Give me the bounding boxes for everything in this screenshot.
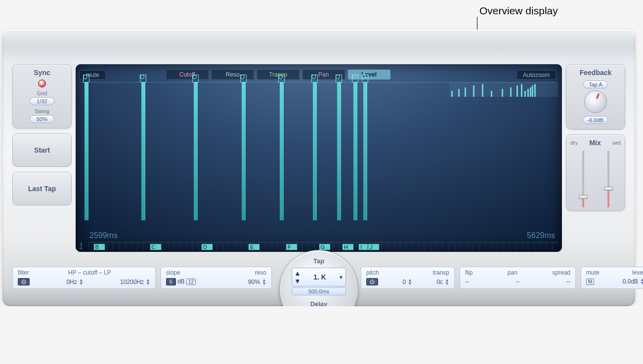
tap-bars-area[interactable]: OOOOOOOOO [80,82,556,220]
plugin-chassis: Sync Grid 1/32 Swing 50% Start Last Tap … [2,30,635,306]
pitch-value[interactable]: 0▲▼ [402,279,412,285]
tap-bar-F[interactable]: O [280,82,284,220]
slope-value[interactable]: 6 dB 12 [166,278,196,285]
dry-slider[interactable] [578,149,589,207]
filter-cell: filter HP – cutoff – LP ⏻ 0Hz▲▼ 10200Hz▲… [12,267,156,289]
spread-value[interactable]: -- [566,278,570,285]
grid-label: Grid [17,90,67,96]
reso-value[interactable]: 90%▲▼ [248,279,266,285]
ruler-tap-E[interactable]: E [248,243,260,250]
transp-value[interactable]: 0c▲▼ [436,279,449,285]
flip-value[interactable]: -- [465,278,469,285]
ruler-tap-G[interactable]: G [319,243,331,250]
pan-value[interactable]: -- [516,278,520,285]
feedback-value[interactable]: -6.0dB [583,116,608,124]
tab-reso[interactable]: Reso [212,70,254,80]
sync-led[interactable] [38,80,46,87]
tap-caption: Tap [280,257,358,265]
mute-label: mute [586,269,600,276]
tap-delay-value[interactable]: 500.0ms [292,287,346,295]
pitch-on-button[interactable]: ⏻ [366,278,378,285]
tap-bar-E[interactable]: O [242,82,246,220]
tap-parameter-strip: filter HP – cutoff – LP ⏻ 0Hz▲▼ 10200Hz▲… [12,267,625,289]
reso-label: reso [255,269,266,276]
tap-selector[interactable]: ▲▼ 1. K ▼ [292,268,346,286]
mix-label: Mix [589,139,600,147]
tap-bar-G[interactable]: O [313,82,317,220]
sync-panel: Sync Grid 1/32 Swing 50% [12,64,72,128]
last-tap-button[interactable]: Last Tap [12,172,72,205]
callout-label: Overview display [479,5,558,17]
ruler-tap-H[interactable]: H [342,243,354,250]
mix-panel: dry Mix wet [566,134,625,211]
slope-label: slope [166,269,180,276]
tap-bar-I[interactable]: O [353,82,357,220]
grid-value[interactable]: 1/32 [30,97,54,105]
level-cell: mute level M 0.0dB▲▼ [581,267,643,289]
lp-cutoff-value[interactable]: 10200Hz▲▼ [120,279,150,285]
start-button[interactable]: Start [12,133,72,167]
filter-span-label: HP – cutoff – LP [68,269,111,276]
level-value[interactable]: 0.0dB▲▼ [623,278,643,285]
feedback-knob[interactable] [584,90,607,113]
spread-label: spread [552,269,570,276]
feedback-label: Feedback [570,69,621,77]
dry-label: dry [570,140,578,146]
swing-label: Swing [17,108,67,114]
overview-display[interactable]: mute Cutoff Reso Transp Pan Level Autozo… [76,64,562,252]
hp-cutoff-value[interactable]: 0Hz▲▼ [66,279,83,285]
tap-bar-C[interactable]: O [141,82,145,220]
right-side-panel: Feedback Tap A -6.0dB dry Mix wet [566,64,625,216]
filter-label: filter [18,269,29,276]
level-label: level [632,269,643,276]
sync-label: Sync [17,69,67,77]
swing-value[interactable]: 50% [30,115,54,123]
wet-slider[interactable] [603,149,614,207]
tap-bar-H[interactable]: O [337,82,341,220]
tap-bar-J[interactable]: O [363,82,367,220]
mute-button[interactable]: M [586,279,594,285]
ruler-tap-F[interactable]: F [286,243,298,250]
slope-cell: slope reso 6 dB 12 90%▲▼ [161,267,272,289]
pan-cell: flip pan spread -- -- -- [460,267,576,289]
tap-selector-dial[interactable]: Tap ▲▼ 1. K ▼ 500.0ms Delay [279,250,358,306]
pitch-cell: pitch transp ⏻ 0▲▼ 0c▲▼ [361,267,455,289]
flip-label: flip [465,269,472,276]
delay-caption: Delay [280,300,358,306]
wet-label: wet [612,140,621,146]
transp-label: transp [433,269,449,276]
feedback-source[interactable]: Tap A [583,81,608,88]
tap-bar-B[interactable]: O [85,82,88,220]
time-range-right: 5629ms [527,231,555,240]
ruler-tap-D[interactable]: D [201,243,213,250]
ruler-tap-C[interactable]: C [150,243,162,250]
left-side-panel: Sync Grid 1/32 Swing 50% Start Last Tap [12,64,72,210]
pitch-label: pitch [366,269,379,276]
tap-bar-D[interactable]: O [194,82,198,220]
ruler-tap-B[interactable]: B [93,243,105,250]
tab-cutoff[interactable]: Cutoff [166,70,209,80]
pan-label: pan [508,269,517,276]
autozoom-button[interactable]: Autozoom [516,70,556,80]
time-range-left: 2599ms [89,231,118,240]
time-signature: 4 4 [80,242,88,251]
ruler-tap-J[interactable]: J [368,243,380,250]
filter-on-button[interactable]: ⏻ [18,278,30,285]
feedback-panel: Feedback Tap A -6.0dB [566,64,625,129]
